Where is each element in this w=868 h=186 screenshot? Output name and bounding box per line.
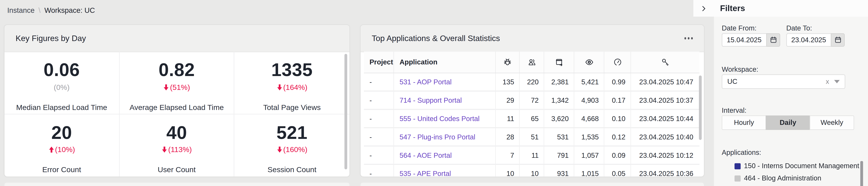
metric-card: 0.06(0%)Median Elapsed Load Time — [4, 51, 119, 114]
metric-value: 1335 — [271, 60, 313, 80]
metric-trend: (0%) — [54, 82, 70, 92]
applications-label: Applications: — [722, 149, 761, 156]
load-time-cell: 0.05 — [604, 165, 631, 177]
page-views-cell: 4,903 — [574, 91, 604, 109]
filters-collapse-button[interactable] — [693, 0, 714, 16]
application-link[interactable]: 535 - APE Portal — [399, 170, 451, 177]
next-panel-sliver-left — [4, 183, 349, 186]
breadcrumb-instance[interactable]: Instance — [7, 6, 35, 14]
table-row: -531 - AOP Portal1352202,3815,4210.9923.… — [364, 73, 700, 91]
application-cell: 564 - AOE Portal — [394, 147, 496, 164]
application-link[interactable]: 531 - AOP Portal — [399, 78, 452, 86]
load-time-cell: 0.12 — [604, 128, 631, 146]
metric-percent: (113%) — [168, 146, 192, 154]
page-views-cell: 1,015 — [574, 165, 604, 177]
key-icon — [661, 58, 670, 67]
table-row: -535 - APE Portal10109311,0150.0523.04.2… — [364, 165, 700, 177]
application-link[interactable]: 714 - Support Portal — [399, 97, 462, 104]
application-cell: 547 - Plug-ins Pro Portal — [394, 128, 496, 146]
key-figures-panel-header: Key Figures by Day — [4, 25, 349, 52]
applications-filter-scrollbar[interactable] — [860, 161, 863, 186]
application-filter-label: 150 - Interns Document Management — [744, 162, 859, 170]
date-from-calendar-button[interactable] — [766, 33, 780, 47]
trend-down-arrow-icon — [277, 146, 283, 153]
application-link[interactable]: 547 - Plug-ins Pro Portal — [399, 133, 475, 141]
top-applications-panel-title: Top Applications & Overall Statistics — [372, 34, 500, 43]
next-panel-sliver-right — [361, 183, 704, 186]
key-figures-panel: Key Figures by Day 0.06(0%)Median Elapse… — [4, 25, 349, 177]
column-header-gauge-icon — [604, 51, 631, 73]
ellipsis-icon[interactable] — [684, 37, 693, 39]
error-count-cell: 28 — [496, 128, 520, 146]
column-header-application: Application — [394, 51, 496, 73]
column-header-bug-icon — [496, 51, 520, 73]
page-views-cell: 4,668 — [574, 110, 604, 127]
application-color-swatch — [735, 163, 741, 169]
key-figures-scrollbar[interactable] — [344, 54, 347, 170]
metric-percent: (164%) — [283, 83, 307, 91]
metric-percent: (0%) — [54, 83, 70, 91]
applications-table-scrollbar[interactable] — [699, 75, 702, 140]
metric-label: Median Elapsed Load Time — [16, 103, 107, 111]
project-cell: - — [364, 147, 394, 164]
last-activity-cell: 23.04.2025 10:47 — [631, 73, 700, 90]
metric-card: 521(160%)Session Count — [235, 114, 349, 177]
table-row: -714 - Support Portal29721,3424,9030.172… — [364, 91, 700, 110]
error-count-cell: 10 — [496, 165, 520, 177]
user-count-cell: 11 — [520, 147, 544, 164]
date-to-calendar-button[interactable] — [831, 33, 845, 47]
metric-card: 1335(164%)Total Page Views — [235, 51, 349, 114]
last-activity-cell: 23.04.2025 10:12 — [631, 147, 700, 164]
user-count-cell: 72 — [520, 91, 544, 109]
column-header-key-icon — [631, 51, 700, 73]
metric-label: Error Count — [42, 165, 81, 174]
last-activity-cell: 23.04.2025 10:40 — [631, 128, 700, 146]
triangle-down-icon — [834, 80, 840, 83]
project-cell: - — [364, 128, 394, 146]
metric-label: User Count — [158, 165, 196, 174]
trend-up-arrow-icon — [48, 146, 55, 153]
application-link[interactable]: 564 - AOE Portal — [399, 152, 452, 159]
breadcrumb-separator: \ — [38, 6, 41, 14]
interval-segmented-control: HourlyDailyWeekly — [722, 115, 854, 130]
application-link[interactable]: 555 - United Codes Portal — [399, 115, 479, 123]
chevron-right-icon — [700, 5, 707, 12]
session-count-cell: 2,381 — [544, 73, 574, 90]
application-cell: 535 - APE Portal — [394, 165, 496, 177]
workspace-label: Workspace: — [722, 66, 758, 73]
session-count-cell: 531 — [544, 128, 574, 146]
project-cell: - — [364, 73, 394, 90]
applications-table-body: -531 - AOP Portal1352202,3815,4210.9923.… — [364, 73, 700, 177]
error-count-cell: 29 — [496, 91, 520, 109]
metric-card: 0.82(51%)Average Elapsed Load Time — [119, 51, 235, 114]
metric-label: Total Page Views — [263, 103, 321, 111]
load-time-cell: 0.10 — [604, 110, 631, 127]
project-cell: - — [364, 91, 394, 109]
page-views-cell: 1,057 — [574, 147, 604, 164]
metric-label: Session Count — [268, 165, 316, 174]
workspace-select[interactable]: UC x — [722, 74, 845, 89]
top-applications-panel: Top Applications & Overall Statistics Pr… — [361, 25, 704, 177]
breadcrumb-workspace: Workspace: UC — [44, 6, 95, 14]
last-activity-cell: 23.04.2025 10:37 — [631, 91, 700, 109]
page-views-cell: 5,421 — [574, 73, 604, 90]
error-count-cell: 7 — [496, 147, 520, 164]
date-to-input[interactable]: 23.04.2025 — [786, 33, 831, 47]
date-from-input[interactable]: 15.04.2025 — [722, 33, 766, 47]
metric-card: 20(10%)Error Count — [4, 114, 119, 177]
interval-option-weekly[interactable]: Weekly — [810, 115, 854, 130]
application-filter-item[interactable]: 150 - Interns Document Management — [735, 162, 860, 170]
workspace-select-value: UC — [722, 78, 826, 85]
interval-option-daily[interactable]: Daily — [766, 115, 810, 130]
project-cell: - — [364, 165, 394, 177]
date-from-group: 15.04.2025 — [722, 33, 780, 47]
error-count-cell: 135 — [496, 73, 520, 90]
metric-value: 40 — [166, 122, 187, 142]
page-views-cell: 1,535 — [574, 128, 604, 146]
interval-option-hourly[interactable]: Hourly — [722, 115, 766, 130]
users-icon — [527, 58, 536, 67]
clear-icon[interactable]: x — [826, 78, 829, 85]
application-filter-item[interactable]: 464 - Blog Administration — [735, 175, 860, 182]
eye-icon — [585, 58, 593, 67]
metric-percent: (51%) — [170, 83, 190, 91]
